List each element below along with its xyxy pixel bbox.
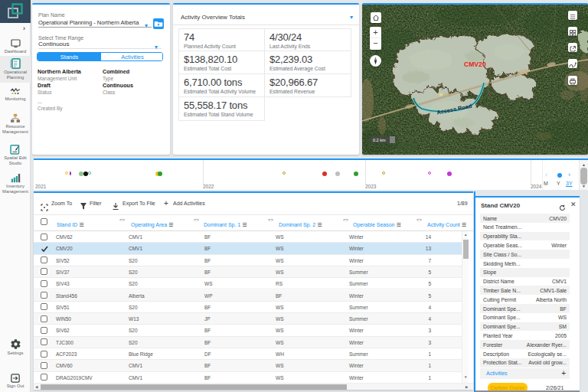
svg-text:CMV20: CMV20 — [464, 60, 486, 68]
svg-text:0.2 km: 0.2 km — [373, 138, 386, 142]
